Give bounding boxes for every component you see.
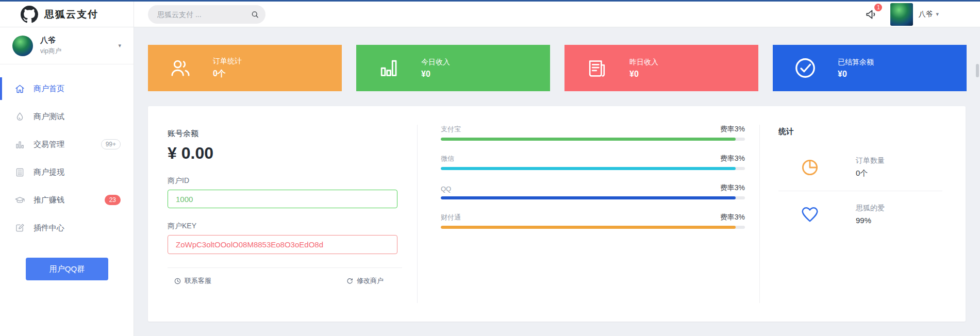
stats-list-item: 订单数量 0个	[778, 144, 942, 191]
merchant-key-label: 商户KEY	[168, 222, 402, 231]
brand: 思狐云支付	[0, 2, 134, 27]
bars-icon	[377, 56, 401, 80]
avatar[interactable]	[890, 3, 913, 26]
rate-row: 财付通 费率3%	[441, 212, 745, 229]
github-logo	[21, 6, 38, 23]
stat-card-today-income: 今日收入 ¥0	[356, 45, 550, 91]
rate-row: QQ 费率3%	[441, 182, 745, 199]
scrollbar-thumb[interactable]	[976, 64, 979, 77]
heart-icon	[800, 205, 820, 224]
home-icon	[14, 83, 25, 94]
sidebar-item-trade-manage[interactable]: 交易管理 99+	[0, 130, 134, 158]
rate-channel-label: 财付通	[441, 213, 461, 222]
pie-chart-icon	[800, 158, 820, 177]
sidebar-item-plugin-center[interactable]: 插件中心	[0, 214, 134, 242]
stat-card-title: 昨日收入	[629, 58, 658, 67]
stat-card-title: 今日收入	[421, 58, 450, 67]
stat-card-title: 已结算余额	[838, 58, 874, 67]
modify-merchant-link[interactable]: 修改商户	[346, 276, 384, 285]
search-icon[interactable]	[251, 9, 259, 20]
rate-progress-fill	[441, 196, 736, 199]
contact-support-link[interactable]: 联系客服	[174, 276, 211, 285]
sidebar-item-merchant-home[interactable]: 商户首页	[0, 75, 134, 103]
users-icon	[169, 56, 192, 80]
stat-card-value: ¥0	[629, 70, 658, 79]
stat-card-value: ¥0	[838, 70, 874, 79]
rate-channel-label: 支付宝	[441, 125, 461, 134]
stats-list-item: 思狐的爱 99%	[778, 191, 942, 237]
balance-value: ¥ 0.00	[168, 144, 402, 163]
rate-percent-label: 费率3%	[720, 154, 745, 163]
rate-row: 支付宝 费率3%	[441, 124, 745, 141]
merchant-id-field[interactable]	[168, 190, 397, 208]
header-username[interactable]: 八爷	[918, 10, 933, 19]
avatar	[12, 36, 33, 56]
stat-cards-row: 订单统计 0个 今日收入 ¥0 昨日收入 ¥0 已结算余额 ¥0	[148, 45, 980, 91]
rate-channel-label: QQ	[441, 185, 451, 193]
rate-progress-track	[441, 196, 745, 199]
merchant-key-field[interactable]	[168, 235, 397, 254]
rate-progress-fill	[441, 226, 736, 229]
rate-percent-label: 费率3%	[720, 125, 745, 134]
stat-card-yesterday-income: 昨日收入 ¥0	[564, 45, 758, 91]
rate-channel-label: 微信	[441, 154, 454, 163]
sidebar-user-role: vip商户	[40, 47, 61, 56]
rate-progress-track	[441, 138, 745, 141]
stat-card-settled-balance: 已结算余额 ¥0	[773, 45, 967, 91]
stat-card-orders: 订单统计 0个	[148, 45, 342, 91]
chevron-down-icon[interactable]: ▾	[936, 11, 939, 18]
edit-icon	[14, 223, 25, 233]
app-root: 思狐云支付 1 八爷 ▾ 八爷 vip商户 ▾	[0, 2, 980, 336]
cap-icon	[14, 195, 25, 206]
sidebar-item-merchant-withdraw[interactable]: 商户提现	[0, 158, 134, 186]
check-circle-icon	[793, 56, 817, 80]
news-icon	[585, 56, 609, 80]
stat-card-value: 0个	[213, 69, 242, 79]
drop-icon	[14, 111, 25, 122]
rate-progress-fill	[441, 167, 736, 170]
header-right-cluster: 1 八爷 ▾	[865, 3, 939, 26]
chevron-down-icon[interactable]: ▾	[118, 42, 121, 49]
user-qq-group-button[interactable]: 用户QQ群	[26, 258, 108, 280]
channel-rates-section: 支付宝 费率3% 微信 费率3% QQ 费率3% 财付通 费率3%	[418, 106, 760, 322]
chart-icon	[14, 139, 25, 150]
rate-percent-label: 费率3%	[720, 183, 745, 193]
sidebar-menu: 商户首页 商户测试 交易管理 99+ 商户提现 推广赚钱 23 插件中心	[0, 75, 134, 242]
sidebar-user-menu[interactable]: 八爷 vip商户 ▾	[0, 27, 134, 64]
merchant-id-label: 商户ID	[168, 176, 402, 186]
rate-progress-track	[441, 226, 745, 229]
stats-title: 统计	[778, 127, 966, 137]
rate-row: 微信 费率3%	[441, 153, 745, 170]
brand-title: 思狐云支付	[44, 8, 98, 21]
rate-percent-label: 费率3%	[720, 213, 745, 222]
refresh-icon	[346, 277, 354, 285]
balance-label: 账号余额	[168, 129, 402, 139]
dashboard-panel: 账号余额 ¥ 0.00 商户ID 商户KEY 联系客服 修	[148, 106, 966, 322]
main-content: 订单统计 0个 今日收入 ¥0 昨日收入 ¥0 已结算余额 ¥0 账号余额 ¥ …	[134, 27, 980, 336]
notification-megaphone-icon[interactable]: 1	[865, 8, 878, 21]
stats-item-label: 思狐的爱	[856, 204, 885, 213]
top-header: 思狐云支付 1 八爷 ▾	[0, 2, 980, 27]
sidebar-item-promote-earn[interactable]: 推广赚钱 23	[0, 186, 134, 214]
rate-progress-fill	[441, 138, 736, 141]
calc-icon	[14, 167, 25, 178]
menu-badge: 23	[105, 195, 121, 205]
stat-card-value: ¥0	[421, 70, 450, 79]
stats-item-label: 订单数量	[856, 156, 885, 165]
stat-card-title: 订单统计	[213, 57, 242, 66]
stats-item-value: 0个	[856, 169, 885, 178]
search-input[interactable]	[157, 10, 251, 19]
menu-badge: 99+	[101, 139, 121, 149]
stats-item-value: 99%	[856, 216, 885, 225]
sidebar: 八爷 vip商户 ▾ 商户首页 商户测试 交易管理 99+ 商户提现 推广赚钱 …	[0, 27, 134, 336]
sidebar-user-name: 八爷	[40, 36, 61, 45]
search-bar[interactable]	[148, 5, 265, 24]
account-section: 账号余额 ¥ 0.00 商户ID 商户KEY 联系客服 修	[148, 106, 418, 322]
clock-icon	[174, 277, 181, 285]
rate-progress-track	[441, 167, 745, 170]
stats-section: 统计 订单数量 0个 思狐的爱 99%	[760, 106, 966, 322]
sidebar-item-merchant-test[interactable]: 商户测试	[0, 103, 134, 130]
notification-badge: 1	[874, 4, 882, 11]
